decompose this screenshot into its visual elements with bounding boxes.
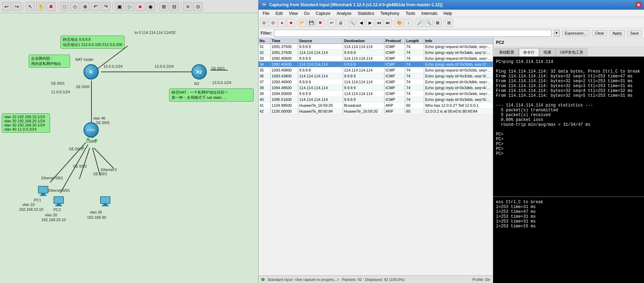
table-row[interactable]: 40 1095.51600 114.114.114.114 9.9.9.9 IC… (258, 97, 493, 103)
table-row[interactable]: 33 1092.40600 9.9.9.9 114.114.114.114 IC… (258, 56, 493, 62)
clear-btn[interactable]: Clear (592, 30, 607, 36)
colorize-btn[interactable]: 🎨 (395, 19, 403, 27)
wifi-btn[interactable]: ⊙ (194, 2, 203, 11)
apply-btn[interactable]: Apply (609, 30, 625, 36)
ge-0-0-3-label: GE 0/0/3 (93, 172, 107, 176)
pkt-time: 1093.43800 (271, 73, 298, 79)
filter-dropdown-btn[interactable]: ▼ (554, 30, 560, 37)
tab-cmdline[interactable]: 命令行 (519, 48, 539, 56)
autoscroll-btn[interactable]: ↓ (404, 19, 412, 27)
menu-analyze[interactable]: Analyze (334, 10, 354, 17)
ws-main: No. Time Source Destination Protocol Len… (258, 38, 644, 283)
capture-start-btn[interactable]: ⊙ (260, 19, 268, 27)
menu-edit[interactable]: Edit (273, 10, 285, 17)
resize-columns-btn[interactable]: ⊞ (445, 19, 453, 27)
tab-basics[interactable]: 基础配置 (495, 48, 519, 56)
ws-terminal-col: PC2 基础配置 命令行 组播 UDP发包工具 PC>ping 114.114.… (493, 38, 644, 283)
redo-btn[interactable]: ↪ (12, 2, 21, 11)
settings-btn[interactable]: ≡ (183, 2, 192, 11)
go-fwd-btn[interactable]: ▶ (366, 19, 374, 27)
eth-0-0-1b-label: Ethernet 0/0/1 (48, 189, 70, 192)
plus-btn[interactable]: ⊕ (81, 2, 90, 11)
menu-capture[interactable]: Capture (313, 10, 333, 17)
play-btn[interactable]: ▷ (125, 2, 134, 11)
table-row[interactable]: 39 1094.50000 9.9.9.9 114.114.114.114 IC… (258, 91, 493, 97)
subnet-12-1-label: 12.0.0.1/24 (104, 64, 123, 68)
zoom-out-ws-btn[interactable]: 🔍 (425, 19, 433, 27)
lsw1-switch-icon[interactable]: LSW1 (84, 122, 101, 140)
diamond-btn[interactable]: ◇ (70, 2, 79, 11)
capture-options-btn[interactable]: ⊙ (269, 19, 277, 27)
tab-multicast[interactable]: 组播 (539, 48, 556, 56)
menu-view[interactable]: View (286, 10, 301, 17)
expression-btn[interactable]: Expression... (562, 30, 590, 36)
pkt-src: 114.114.114.114 (298, 85, 343, 91)
go-back-btn[interactable]: ◀ (357, 19, 365, 27)
svg-line-7 (92, 148, 100, 176)
grid-btn[interactable]: ▣ (115, 2, 124, 11)
svg-line-5 (60, 144, 88, 193)
ws-menubar: File Edit View Go Capture Analyze Statis… (258, 10, 644, 17)
pkt-src: HuaweiTe_80:60:84 (298, 109, 343, 114)
rect-btn[interactable]: □ (60, 2, 69, 11)
table-row[interactable]: 37 1093.46900 9.9.9.9 114.114.114.114 IC… (258, 79, 493, 85)
select-btn[interactable]: ↖ (26, 2, 35, 11)
table-row[interactable]: 41 1104.98500 HuaweiTe_16:59:20 Broadcas… (258, 103, 493, 109)
link-btn[interactable]: ↶ (91, 2, 100, 11)
pc2-monitor (53, 196, 64, 204)
zoom-in-btn[interactable]: ⊞ (159, 2, 168, 11)
table-row[interactable]: 34 1092.40600 114.114.114.114 9.9.9.9 IC… (258, 62, 493, 67)
r1-router-icon[interactable]: R (84, 64, 101, 82)
find-btn[interactable]: 🔍 (348, 19, 356, 27)
zoom-in-ws-btn[interactable]: 🔎 (416, 19, 424, 27)
save-filter-btn[interactable]: Save (627, 30, 642, 36)
undo-btn[interactable]: ↩ (2, 2, 11, 11)
table-row[interactable]: 36 1093.43800 114.114.114.114 9.9.9.9 IC… (258, 73, 493, 79)
pc1-icon[interactable] (38, 186, 48, 196)
table-row[interactable]: 35 1093.40800 9.9.9.9 114.114.114.114 IC… (258, 67, 493, 73)
pc3-icon[interactable] (100, 196, 110, 206)
menu-statistics[interactable]: Statistics (355, 10, 377, 17)
ws-statusbar: Standard input: <live capture in progres… (258, 275, 493, 283)
table-row[interactable]: 31 1091.37500 9.9.9.9 114.114.114.114 IC… (258, 44, 493, 50)
go-last-btn[interactable]: ⏭ (384, 19, 392, 27)
open-file-btn[interactable]: 📂 (298, 19, 306, 27)
menu-help[interactable]: Help (441, 10, 455, 17)
capture-btn[interactable]: ◉ (146, 2, 155, 11)
pc2-tabbar: 基础配置 命令行 组播 UDP发包工具 (493, 47, 644, 57)
filter-input[interactable] (274, 30, 551, 37)
go-first-btn[interactable]: ⏮ (375, 19, 383, 27)
menu-telephony[interactable]: Telephony (378, 10, 402, 17)
hand-btn[interactable]: ✋ (36, 2, 45, 11)
menu-file[interactable]: File (260, 10, 272, 17)
capture-restart-btn[interactable]: ■ (287, 19, 295, 27)
delete-btn[interactable]: ✖ (47, 2, 56, 11)
capture-status-dot (261, 278, 265, 281)
save-file-btn[interactable]: 💾 (307, 19, 315, 27)
ws-close-btn[interactable]: ✖ (636, 2, 641, 8)
pkt-no: 42 (258, 109, 271, 114)
r1-label: R (84, 64, 99, 79)
tab-udp-tool[interactable]: UDP发包工具 (556, 48, 588, 56)
pkt-no: 31 (258, 44, 271, 49)
pc2-icon[interactable] (53, 196, 64, 206)
zoom-out-btn[interactable]: ⊟ (170, 2, 179, 11)
table-row[interactable]: 32 1091.37500 114.114.114.114 9.9.9.9 IC… (258, 50, 493, 56)
menu-go[interactable]: Go (301, 10, 312, 17)
menu-tools[interactable]: Tools (403, 10, 418, 17)
table-row[interactable]: 38 1094.48500 114.114.114.114 9.9.9.9 IC… (258, 85, 493, 91)
menu-internals[interactable]: Internals (419, 10, 440, 17)
pkt-dst: 9.9.9.9 (343, 62, 384, 67)
zoom-normal-btn[interactable]: ⊠ (433, 19, 442, 27)
close-file-btn[interactable]: ✖ (316, 19, 324, 27)
print-btn[interactable]: 🖨 (336, 19, 345, 27)
pkt-len: 74 (405, 85, 424, 91)
reload-btn[interactable]: ↩ (328, 19, 336, 27)
r2-router-icon[interactable]: R2 (192, 64, 209, 82)
pkt-dst: 9.9.9.9 (343, 85, 384, 91)
table-row[interactable]: 42 1105.00000 HuaweiTe_80:60:84 HuaweiTe… (258, 109, 493, 114)
link2-btn[interactable]: ↷ (101, 2, 110, 11)
stop-btn[interactable]: ■ (136, 2, 145, 11)
capture-stop-btn[interactable]: ● (278, 19, 286, 27)
packets-info-text: Packets: 42 · Displayed: 42 (100.0%) (342, 277, 404, 282)
